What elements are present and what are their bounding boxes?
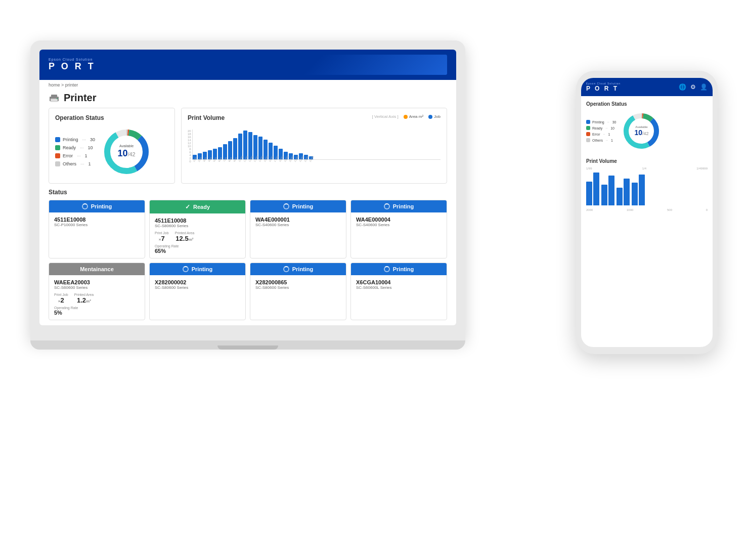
ready-dot — [55, 145, 60, 150]
pv-label-1: 1/99 — [586, 167, 592, 170]
printer-card[interactable]: Printing X282000002 SC-S80600 Series — [149, 263, 246, 320]
breadcrumb: home > printer — [39, 80, 456, 90]
operating-rate-value: 5% — [54, 310, 140, 316]
job-label: Job — [434, 114, 441, 119]
printer-icon — [49, 94, 60, 102]
printer-status-label: Printing — [393, 266, 414, 272]
phone-bar — [593, 173, 599, 205]
printer-series: SC-S40600 Series — [356, 223, 442, 227]
printer-card[interactable]: ✓ Ready 4511E10008 SC-S80600 Series Prin… — [149, 200, 246, 259]
print-volume-card: Print Volume [ Vertical Axis ] Area m² J… — [181, 108, 447, 184]
printer-card-body: X282000002 SC-S80600 Series — [150, 275, 245, 297]
printer-series: SC-S80600 Series — [155, 224, 240, 228]
ready-label: Ready — [63, 145, 76, 150]
phone-donut-chart: Available 10 /42 — [621, 111, 662, 151]
print-job-label: Print Job — [54, 293, 68, 296]
printer-card[interactable]: Printing 4511E10008 SC-P10000 Series — [49, 200, 145, 259]
phone-others-label: Others — [592, 139, 603, 142]
phone-error-count: 1 — [608, 133, 610, 136]
scene: Epson Cloud Solution P O R T home > prin… — [0, 0, 748, 560]
printer-series: SC-S80600 Series — [155, 285, 240, 290]
donut-numerator: 10 — [117, 148, 127, 159]
others-label: Others — [63, 161, 76, 166]
phone-legend-others: Others ·· 1 — [586, 138, 616, 142]
chart-bars — [192, 130, 441, 160]
printed-area-stat: Printed Area 12.5m² — [175, 231, 195, 242]
svg-rect-2 — [51, 99, 58, 102]
printer-id: WA4E000001 — [255, 217, 341, 223]
printer-series: SC-S60600L Series — [356, 285, 442, 290]
phone-legend-printing: Printing ·· 30 — [586, 120, 616, 124]
phone-printing-count: 30 — [612, 120, 617, 124]
printer-card-header: Mentainance — [49, 263, 145, 275]
phone-donut-num: 10 — [634, 128, 642, 137]
printer-card[interactable]: Mentainance WAEEA20003 SC-S60600 Series … — [49, 263, 145, 320]
operation-status-card: Operation Status Printing ··· 30 — [49, 108, 175, 184]
others-dot — [55, 161, 60, 166]
operating-rate-value: 65% — [155, 248, 240, 254]
printer-card[interactable]: Printing WA4E000004 SC-S40600 Series — [350, 200, 447, 259]
printer-series: SC-S60600 Series — [54, 285, 140, 290]
x-labels: 1/002/003/004/005/006/007/008/009/0010/0… — [192, 160, 441, 164]
spin-icon — [82, 203, 88, 209]
printed-area-label: Printed Area — [74, 293, 94, 296]
phone-ready-dashes: ·· — [605, 126, 607, 130]
printer-card-header: Printing — [150, 263, 245, 275]
phone-logo: Epson Cloud Solution P O R T — [586, 82, 621, 92]
phone-op-status-title: Operation Status — [586, 101, 708, 107]
area-dot — [404, 115, 408, 119]
pv-axis-label: [ Vertical Axis ] — [372, 114, 399, 119]
svg-rect-1 — [51, 95, 57, 98]
printer-status-label: Mentainance — [80, 266, 114, 272]
status-title: Status — [49, 189, 447, 196]
phone-bar — [608, 176, 614, 205]
printer-card-header: Printing — [250, 263, 346, 275]
legend-error: Error ··· 1 — [55, 153, 95, 158]
operating-rate: Operating Rate — [54, 306, 140, 310]
printer-card[interactable]: Printing X6CGA10004 SC-S60600L Series — [350, 263, 447, 320]
phone-ready-dot — [586, 126, 590, 130]
printer-card-body: X6CGA10004 SC-S60600L Series — [351, 275, 447, 297]
print-job-value: ×2 — [54, 296, 68, 304]
pv-job-legend: Job — [428, 114, 441, 119]
pv-header: Print Volume [ Vertical Axis ] Area m² J… — [188, 114, 441, 126]
printer-card-header: Printing — [49, 200, 145, 212]
phone-bar — [624, 179, 630, 205]
user-icon[interactable]: 👤 — [700, 83, 708, 91]
svg-point-3 — [57, 98, 58, 99]
laptop: Epson Cloud Solution P O R T home > prin… — [30, 40, 465, 354]
area-label: Area m² — [409, 114, 423, 119]
error-label: Error — [63, 153, 73, 158]
printer-card[interactable]: Printing X282000865 SC-S80600 Series — [250, 263, 346, 320]
ready-count: 10 — [88, 145, 93, 150]
phone-bar — [617, 188, 623, 205]
app-header: Epson Cloud Solution P O R T — [39, 50, 456, 80]
pv-label-3: 1/49999 — [696, 167, 708, 170]
phone-y-labels: 2000 1000 500 0 — [586, 208, 708, 211]
check-icon: ✓ — [185, 203, 190, 210]
phone-screen: Epson Cloud Solution P O R T 🌐 ⚙ 👤 Opera… — [581, 78, 713, 347]
phone-legend-ready: Ready ·· 10 — [586, 126, 616, 130]
phone-content: Operation Status Printing ·· 30 — [581, 96, 713, 347]
phone-ready-count: 10 — [610, 126, 614, 130]
phone-legend-error: Error ·· 1 — [586, 132, 616, 136]
spin-icon — [384, 266, 390, 272]
status-grid: Printing 4511E10008 SC-P10000 Series ✓ R… — [49, 200, 447, 320]
y-label-4: 0 — [706, 208, 708, 211]
globe-icon[interactable]: 🌐 — [679, 83, 686, 91]
print-job-label: Print Job — [155, 231, 169, 235]
status-section: Status Printing 4511E10008 SC-P10000 Ser… — [39, 189, 456, 325]
phone-header: Epson Cloud Solution P O R T 🌐 ⚙ 👤 — [581, 78, 713, 96]
header-strip — [106, 55, 447, 75]
gear-icon[interactable]: ⚙ — [690, 83, 696, 91]
print-volume-chart: 20 18 16 14 12 10 8 6 4 2 0 — [188, 130, 441, 169]
y-label-1: 2000 — [586, 208, 593, 211]
pv-title: Print Volume — [188, 114, 225, 121]
chart-body: 1/002/003/004/005/006/007/008/009/0010/0… — [192, 130, 441, 169]
printer-card-body: WA4E000004 SC-S40600 Series — [351, 212, 447, 234]
phone-legend: Printing ·· 30 Ready ·· 10 — [586, 120, 616, 142]
printer-id: WAEEA20003 — [54, 279, 140, 285]
printer-card[interactable]: Printing WA4E000001 SC-S40600 Series — [250, 200, 346, 259]
error-dot — [55, 153, 60, 158]
donut-label: Available 10 /42 — [117, 144, 135, 159]
